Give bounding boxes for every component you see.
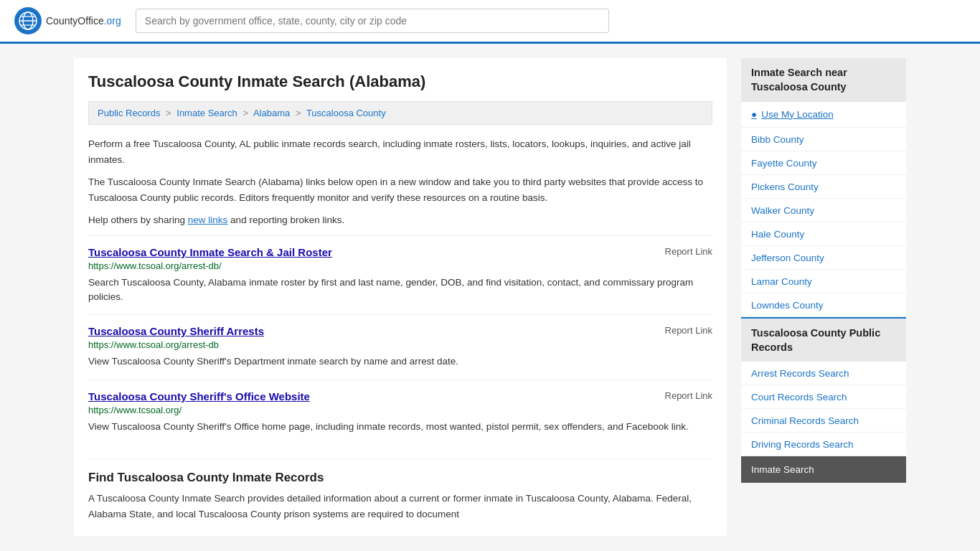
breadcrumb-public-records[interactable]: Public Records: [98, 108, 160, 118]
sidebar-nearby-county: Bibb County: [741, 128, 906, 151]
nearby-counties: Bibb CountyFayette CountyPickens CountyW…: [741, 128, 906, 317]
use-location-label: Use My Location: [761, 109, 834, 120]
new-links-link[interactable]: new links: [188, 215, 228, 225]
result-header: Tuscaloosa County Sheriff Arrests Report…: [88, 325, 712, 337]
public-records-link[interactable]: Court Records Search: [751, 392, 847, 402]
sidebar-nearby-county: Jefferson County: [741, 246, 906, 270]
use-location-item[interactable]: ● Use My Location: [741, 102, 906, 128]
breadcrumb-tuscaloosa-county[interactable]: Tuscaloosa County: [306, 108, 386, 118]
result-desc: View Tuscaloosa County Sheriff's Departm…: [88, 354, 712, 369]
public-records-section: Tuscaloosa County Public Records Arrest …: [741, 317, 906, 484]
result-entry: Tuscaloosa County Inmate Search & Jail R…: [88, 235, 712, 315]
nearby-county-link[interactable]: Hale County: [751, 229, 804, 240]
location-icon: ●: [751, 109, 757, 120]
result-entry: Tuscaloosa County Sheriff's Office Websi…: [88, 380, 712, 444]
result-desc: Search Tuscaloosa County, Alabama inmate…: [88, 276, 712, 305]
result-entry: Tuscaloosa County Sheriff Arrests Report…: [88, 314, 712, 379]
result-header: Tuscaloosa County Inmate Search & Jail R…: [88, 246, 712, 258]
search-input[interactable]: [136, 9, 609, 33]
description-3: Help others by sharing new links and rep…: [88, 212, 712, 228]
nearby-county-link[interactable]: Lowndes County: [751, 300, 824, 311]
sidebar-public-records-item: Criminal Records Search: [741, 409, 906, 433]
main-container: Tuscaloosa County Inmate Search (Alabama…: [60, 44, 920, 550]
find-section-heading: Find Tuscaloosa County Inmate Records: [88, 458, 712, 485]
result-desc: View Tuscaloosa County Sheriff's Office …: [88, 420, 712, 434]
result-url: https://www.tcsoal.org/arrest-db: [88, 339, 712, 350]
sidebar-nearby-county: Walker County: [741, 199, 906, 222]
public-records-link[interactable]: Criminal Records Search: [751, 415, 859, 426]
report-link[interactable]: Report Link: [665, 246, 712, 257]
nearby-county-link[interactable]: Pickens County: [751, 182, 819, 192]
report-link[interactable]: Report Link: [665, 390, 712, 401]
description-1: Perform a free Tuscaloosa County, AL pub…: [88, 136, 712, 167]
sidebar-nearby-county: Lowndes County: [741, 293, 906, 317]
nearby-county-link[interactable]: Fayette County: [751, 158, 817, 169]
page-title: Tuscaloosa County Inmate Search (Alabama…: [88, 72, 712, 91]
breadcrumb-alabama[interactable]: Alabama: [253, 108, 290, 118]
public-records-links: Arrest Records SearchCourt Records Searc…: [741, 362, 906, 483]
result-header: Tuscaloosa County Sheriff's Office Websi…: [88, 390, 712, 402]
result-title[interactable]: Tuscaloosa County Sheriff Arrests: [88, 325, 264, 337]
public-records-link[interactable]: Arrest Records Search: [751, 368, 849, 379]
nearby-county-link[interactable]: Walker County: [751, 205, 814, 216]
nearby-heading: Inmate Search near Tuscaloosa County: [741, 58, 906, 102]
nearby-section: Inmate Search near Tuscaloosa County ● U…: [741, 58, 906, 317]
report-link[interactable]: Report Link: [665, 325, 712, 336]
sidebar: Inmate Search near Tuscaloosa County ● U…: [741, 58, 906, 536]
result-title[interactable]: Tuscaloosa County Inmate Search & Jail R…: [88, 246, 332, 258]
description-2: The Tuscaloosa County Inmate Search (Ala…: [88, 174, 712, 205]
content-area: Tuscaloosa County Inmate Search (Alabama…: [74, 58, 727, 536]
public-records-link[interactable]: Driving Records Search: [751, 439, 854, 450]
sidebar-public-records-item: Driving Records Search: [741, 433, 906, 456]
logo-icon: [14, 7, 42, 34]
sidebar-public-records-item: Arrest Records Search: [741, 362, 906, 385]
sidebar-nearby-county: Hale County: [741, 222, 906, 246]
sidebar-nearby-county: Fayette County: [741, 151, 906, 175]
sidebar-nearby-county: Lamar County: [741, 270, 906, 293]
sidebar-public-records-dark-item: Inmate Search: [741, 456, 906, 483]
public-records-link[interactable]: Inmate Search: [751, 464, 814, 475]
sidebar-nearby-county: Pickens County: [741, 175, 906, 199]
nearby-county-link[interactable]: Bibb County: [751, 134, 804, 145]
find-section-desc: A Tuscaloosa County Inmate Search provid…: [88, 491, 712, 522]
logo-text: CountyOffice.org: [46, 15, 121, 27]
result-url: https://www.tcsoal.org/arrest-db/: [88, 260, 712, 271]
logo-link[interactable]: CountyOffice.org: [14, 7, 121, 34]
header: CountyOffice.org: [0, 0, 980, 44]
result-title[interactable]: Tuscaloosa County Sheriff's Office Websi…: [88, 390, 310, 402]
nearby-county-link[interactable]: Jefferson County: [751, 253, 824, 263]
breadcrumb-inmate-search[interactable]: Inmate Search: [176, 108, 237, 118]
sidebar-public-records-item: Court Records Search: [741, 385, 906, 409]
public-records-heading: Tuscaloosa County Public Records: [741, 319, 906, 362]
results-container: Tuscaloosa County Inmate Search & Jail R…: [88, 235, 712, 444]
breadcrumb: Public Records > Inmate Search > Alabama…: [88, 101, 712, 125]
nearby-county-link[interactable]: Lamar County: [751, 276, 812, 287]
result-url: https://www.tcsoal.org/: [88, 405, 712, 415]
